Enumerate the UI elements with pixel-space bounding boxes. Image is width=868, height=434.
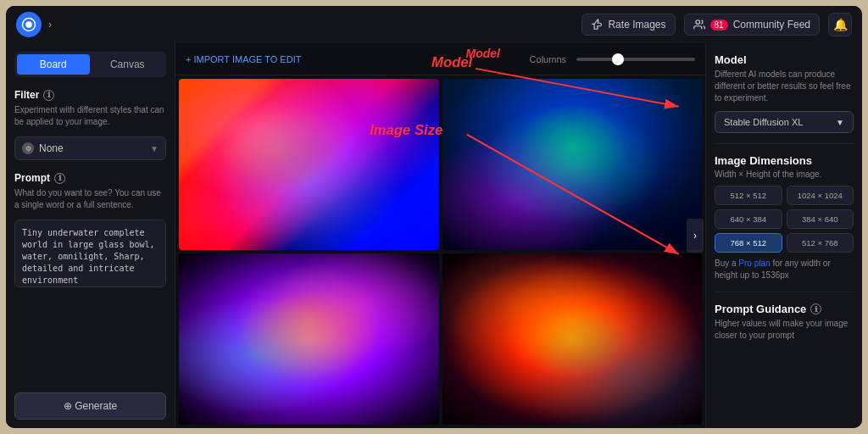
chevron-icon[interactable]: › <box>48 19 52 31</box>
prompt-title: Prompt ℹ <box>14 172 166 184</box>
prompt-guidance-info-icon: ℹ <box>810 303 821 314</box>
tab-board[interactable]: Board <box>17 54 90 75</box>
rate-images-label: Rate Images <box>608 19 665 31</box>
dim-btn-1024x1024[interactable]: 1024 × 1024 <box>787 186 854 205</box>
import-image-button[interactable]: + IMPORT IMAGE TO EDIT <box>186 54 301 64</box>
main-content: Board Canvas Filter ℹ Experiment with di… <box>6 43 862 428</box>
filter-value: None <box>39 142 64 154</box>
community-icon <box>693 19 705 31</box>
image-grid <box>175 75 705 428</box>
image-dimensions-section: Image Dimensions Width × Height of the i… <box>715 154 854 281</box>
dim-btn-512x512[interactable]: 512 × 512 <box>715 186 782 205</box>
top-bar-actions: Rate Images 81 Community Feed 🔔 <box>581 13 852 36</box>
notification-button[interactable]: 🔔 <box>828 13 852 36</box>
svg-point-1 <box>25 21 32 28</box>
expand-arrow-button[interactable]: › <box>687 219 704 253</box>
dim-btn-512x768[interactable]: 512 × 768 <box>787 233 854 253</box>
divider-2 <box>715 292 854 292</box>
image-cell-1 <box>179 79 439 250</box>
view-tabs: Board Canvas <box>14 52 166 77</box>
dim-btn-384x640[interactable]: 384 × 640 <box>787 209 854 229</box>
dimensions-grid: 512 × 512 1024 × 1024 640 × 384 384 × 64… <box>715 186 854 253</box>
filter-select[interactable]: ⚙ None ▼ <box>14 136 166 160</box>
model-section-desc: Different AI models can produce differen… <box>715 69 854 104</box>
pro-plan-text: Buy a Pro plan for any width or height u… <box>715 258 854 281</box>
model-select-chevron-icon: ▼ <box>836 118 844 127</box>
columns-label: Columns <box>530 54 566 64</box>
model-value: Stable Diffusion XL <box>724 117 803 127</box>
generate-button[interactable]: ⊕ Generate <box>14 392 166 420</box>
prompt-guidance-desc: Higher values will make your image close… <box>715 318 854 342</box>
prompt-guidance-section: Prompt Guidance ℹ Higher values will mak… <box>715 303 854 342</box>
columns-slider[interactable] <box>576 58 695 61</box>
thumbs-up-icon <box>591 19 603 31</box>
prompt-desc: What do you want to see? You can use a s… <box>14 187 166 211</box>
app-container: › Rate Images 81 Community Feed <box>6 6 862 428</box>
image-dims-title: Image Dimensions <box>715 154 854 167</box>
model-select[interactable]: Stable Diffusion XL ▼ <box>715 111 854 133</box>
filter-title: Filter ℹ <box>14 89 166 101</box>
filter-desc: Experiment with different styles that ca… <box>14 104 166 128</box>
columns-slider-container <box>576 58 695 61</box>
divider-1 <box>715 143 854 144</box>
right-sidebar: Model Different AI models can produce di… <box>705 43 862 428</box>
logo-button[interactable] <box>16 12 42 37</box>
left-sidebar: Board Canvas Filter ℹ Experiment with di… <box>6 43 175 428</box>
center-canvas: + IMPORT IMAGE TO EDIT Columns Model › <box>175 43 705 428</box>
community-feed-button[interactable]: 81 Community Feed <box>684 14 821 36</box>
filter-chevron-icon: ▼ <box>150 144 159 153</box>
image-cell-4 <box>442 253 703 425</box>
model-section-title: Model <box>715 53 854 66</box>
model-section: Model Different AI models can produce di… <box>715 53 854 133</box>
prompt-guidance-title: Prompt Guidance ℹ <box>715 303 854 315</box>
image-cell-2 <box>442 79 703 250</box>
bell-icon: 🔔 <box>833 18 848 31</box>
canvas-toolbar: + IMPORT IMAGE TO EDIT Columns <box>175 43 705 75</box>
prompt-info-icon: ℹ <box>54 173 65 184</box>
logo-icon <box>21 17 36 32</box>
prompt-input[interactable]: Tiny underwater complete world in large … <box>14 220 166 287</box>
dim-btn-640x384[interactable]: 640 × 384 <box>715 209 782 229</box>
image-dims-sub: Width × Height of the image. <box>715 170 854 179</box>
image-cell-3 <box>179 253 439 425</box>
pro-plan-link[interactable]: Pro plan <box>738 259 770 268</box>
top-bar: › Rate Images 81 Community Feed <box>6 6 862 43</box>
dim-btn-768x512[interactable]: 768 × 512 <box>715 233 782 253</box>
community-badge: 81 <box>710 19 728 31</box>
filter-icon: ⚙ <box>22 142 34 154</box>
community-feed-label: Community Feed <box>733 19 810 31</box>
rate-images-button[interactable]: Rate Images <box>581 14 675 36</box>
filter-info-icon: ℹ <box>43 90 54 101</box>
svg-point-3 <box>695 20 699 25</box>
tab-canvas[interactable]: Canvas <box>92 54 164 75</box>
